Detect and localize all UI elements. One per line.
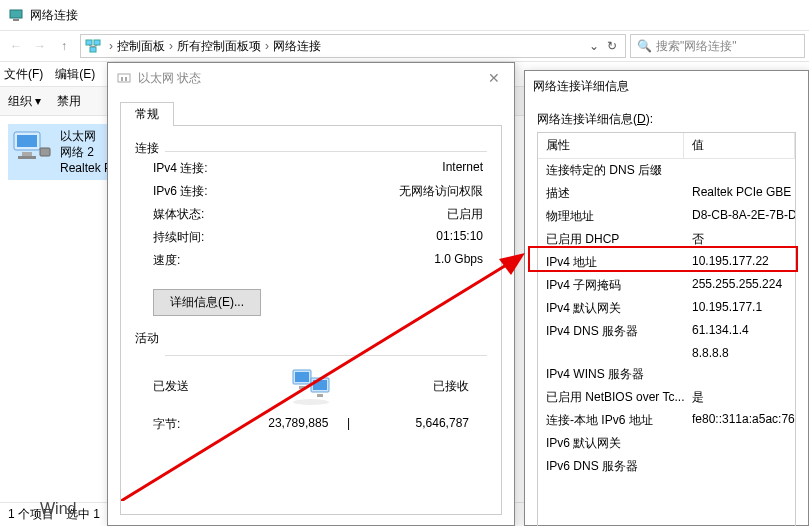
ethernet-adapter-icon xyxy=(12,128,52,164)
value-cell: 否 xyxy=(684,228,795,251)
details-button[interactable]: 详细信息(E)... xyxy=(153,289,261,316)
adapter-network: 网络 2 xyxy=(60,144,112,160)
list-row[interactable]: IPv4 默认网关10.195.177.1 xyxy=(538,297,795,320)
tab-general[interactable]: 常规 xyxy=(120,102,174,126)
property-cell: IPv4 默认网关 xyxy=(538,297,684,320)
forward-button[interactable]: → xyxy=(28,34,52,58)
value-cell xyxy=(684,159,795,182)
list-row[interactable]: IPv4 地址10.195.177.22 xyxy=(538,251,795,274)
breadcrumb-item[interactable]: 网络连接 xyxy=(273,38,321,55)
dialog-titlebar[interactable]: 以太网 状态 ✕ xyxy=(108,63,514,93)
activity-icon xyxy=(287,366,335,406)
value-cell: 是 xyxy=(684,386,795,409)
svg-rect-18 xyxy=(313,380,327,390)
value-cell: 61.134.1.4 xyxy=(684,320,795,343)
search-input[interactable]: 🔍 搜索"网络连接" xyxy=(630,34,805,58)
up-button[interactable]: ↑ xyxy=(52,34,76,58)
duration-row: 持续时间: 01:15:10 xyxy=(153,229,483,246)
list-row[interactable]: 已启用 DHCP否 xyxy=(538,228,795,251)
divider xyxy=(165,355,487,356)
search-placeholder: 搜索"网络连接" xyxy=(656,38,737,55)
svg-rect-4 xyxy=(90,47,96,52)
svg-rect-9 xyxy=(22,152,32,156)
activity-header: 活动 xyxy=(135,330,487,347)
list-row[interactable]: IPv6 DNS 服务器 xyxy=(538,455,795,478)
recv-label: 已接收 xyxy=(433,378,469,395)
breadcrumb-item[interactable]: 所有控制面板项 xyxy=(177,38,261,55)
value-cell xyxy=(684,432,795,455)
list-row[interactable]: IPv6 默认网关 xyxy=(538,432,795,455)
disable-button[interactable]: 禁用 xyxy=(57,93,81,110)
value: 无网络访问权限 xyxy=(399,183,483,200)
bytes-row: 字节: 23,789,885 | 5,646,787 xyxy=(153,416,469,433)
value-cell: fe80::311a:a5ac:762 xyxy=(684,409,795,432)
column-value[interactable]: 值 xyxy=(684,133,795,158)
label: 持续时间: xyxy=(153,229,204,246)
value-cell: 10.195.177.1 xyxy=(684,297,795,320)
property-cell: 物理地址 xyxy=(538,205,684,228)
property-cell: IPv4 地址 xyxy=(538,251,684,274)
property-cell xyxy=(538,343,684,363)
list-row[interactable]: IPv4 WINS 服务器 xyxy=(538,363,795,386)
chevron-right-icon[interactable]: › xyxy=(265,39,269,53)
ethernet-icon xyxy=(116,70,132,86)
back-button[interactable]: ← xyxy=(4,34,28,58)
search-icon: 🔍 xyxy=(637,39,652,53)
menu-file[interactable]: 文件(F) xyxy=(4,66,43,83)
svg-rect-16 xyxy=(295,372,309,382)
column-property[interactable]: 属性 xyxy=(538,133,684,158)
titlebar[interactable]: 网络连接 xyxy=(0,0,809,30)
svg-rect-11 xyxy=(40,148,50,156)
value-cell: 8.8.8.8 xyxy=(684,343,795,363)
property-cell: 已启用 NetBIOS over Tc... xyxy=(538,386,684,409)
value-cell xyxy=(684,455,795,478)
details-list[interactable]: 属性 值 连接特定的 DNS 后缀描述Realtek PCIe GBE F物理地… xyxy=(537,132,796,526)
label: IPv6 连接: xyxy=(153,183,208,200)
breadcrumb: › 控制面板 › 所有控制面板项 › 网络连接 xyxy=(105,38,321,55)
breadcrumb-item[interactable]: 控制面板 xyxy=(117,38,165,55)
ipv4-conn-row: IPv4 连接: Internet xyxy=(153,160,483,177)
list-row[interactable]: IPv4 子网掩码255.255.255.224 xyxy=(538,274,795,297)
list-row[interactable]: 描述Realtek PCIe GBE F xyxy=(538,182,795,205)
address-bar: ← → ↑ › 控制面板 › 所有控制面板项 › 网络连接 ⌄ ↻ 🔍 搜索"网… xyxy=(0,30,809,62)
refresh-button[interactable]: ↻ xyxy=(603,39,621,53)
value: Internet xyxy=(442,160,483,177)
tab-strip: 常规 xyxy=(120,101,502,125)
svg-point-21 xyxy=(293,399,329,405)
label: 媒体状态: xyxy=(153,206,204,223)
dialog-titlebar[interactable]: 网络连接详细信息 xyxy=(525,71,808,101)
list-row[interactable]: 已启用 NetBIOS over Tc...是 xyxy=(538,386,795,409)
property-cell: IPv4 子网掩码 xyxy=(538,274,684,297)
svg-rect-0 xyxy=(10,10,22,18)
list-row[interactable]: 连接特定的 DNS 后缀 xyxy=(538,159,795,182)
details-label: 网络连接详细信息(D): xyxy=(537,111,796,128)
close-button[interactable]: ✕ xyxy=(474,70,514,86)
svg-rect-2 xyxy=(86,40,92,45)
address-dropdown[interactable]: ⌄ xyxy=(585,39,603,53)
menu-edit[interactable]: 编辑(E) xyxy=(55,66,95,83)
property-cell: 已启用 DHCP xyxy=(538,228,684,251)
list-row[interactable]: 连接-本地 IPv6 地址fe80::311a:a5ac:762 xyxy=(538,409,795,432)
svg-rect-8 xyxy=(17,135,37,147)
list-row[interactable]: 物理地址D8-CB-8A-2E-7B-DI xyxy=(538,205,795,228)
property-cell: IPv4 WINS 服务器 xyxy=(538,363,684,386)
bytes-recv: 5,646,787 xyxy=(369,416,469,433)
value-cell xyxy=(684,363,795,386)
organize-button[interactable]: 组织 ▾ xyxy=(8,93,41,110)
property-cell: IPv6 DNS 服务器 xyxy=(538,455,684,478)
value: 已启用 xyxy=(447,206,483,223)
bytes-label: 字节: xyxy=(153,416,213,433)
label: 速度: xyxy=(153,252,180,269)
list-row[interactable]: IPv4 DNS 服务器61.134.1.4 xyxy=(538,320,795,343)
list-row[interactable]: 8.8.8.8 xyxy=(538,343,795,363)
chevron-right-icon[interactable]: › xyxy=(109,39,113,53)
svg-rect-13 xyxy=(121,77,123,81)
address-box[interactable]: › 控制面板 › 所有控制面板项 › 网络连接 ⌄ ↻ xyxy=(80,34,626,58)
media-row: 媒体状态: 已启用 xyxy=(153,206,483,223)
chevron-right-icon[interactable]: › xyxy=(169,39,173,53)
divider: | xyxy=(344,416,354,433)
list-header: 属性 值 xyxy=(538,133,795,159)
window-title: 网络连接 xyxy=(30,7,78,24)
adapter-info: 以太网 网络 2 Realtek P xyxy=(60,128,112,176)
connection-details-dialog: 网络连接详细信息 网络连接详细信息(D): 属性 值 连接特定的 DNS 后缀描… xyxy=(524,70,809,526)
